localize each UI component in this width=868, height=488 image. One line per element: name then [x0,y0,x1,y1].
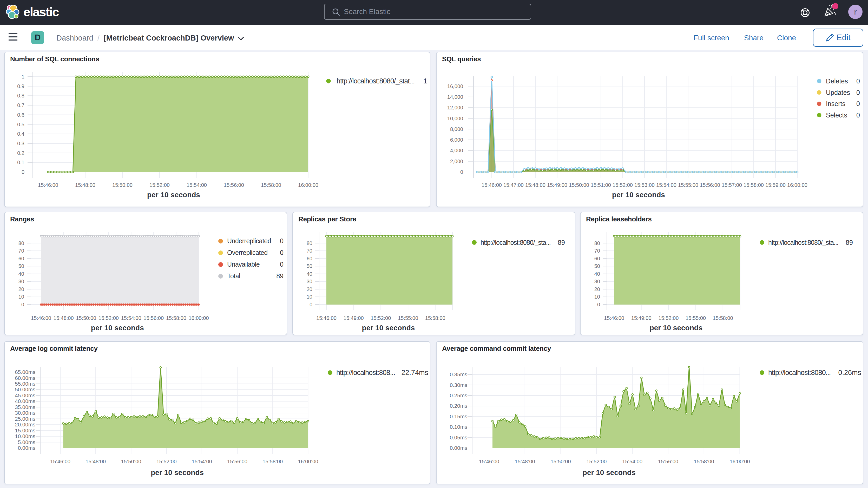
svg-text:16,000: 16,000 [447,84,463,89]
svg-text:10: 10 [594,294,600,300]
svg-text:15:52:00: 15:52:00 [658,315,679,321]
svg-text:15:46:00: 15:46:00 [38,182,58,188]
svg-text:70: 70 [19,248,24,254]
svg-text:0.30ms: 0.30ms [450,382,467,388]
svg-text:0: 0 [310,302,312,307]
svg-text:20: 20 [594,286,600,292]
svg-text:15:46:00: 15:46:00 [316,315,337,321]
svg-text:15:54:00: 15:54:00 [187,182,207,188]
svg-text:Inserts: Inserts [826,100,845,107]
svg-text:4,000: 4,000 [450,148,463,153]
svg-text:16:00:00: 16:00:00 [298,182,318,188]
svg-text:15:50:00: 15:50:00 [569,182,589,188]
svg-text:50: 50 [307,263,312,269]
svg-text:0.1: 0.1 [17,159,24,165]
svg-text:Selects: Selects [826,112,847,119]
svg-text:80: 80 [307,240,312,246]
svg-text:0.10ms: 0.10ms [450,424,467,430]
svg-text:15:55:00: 15:55:00 [398,315,418,321]
svg-text:15:46:00: 15:46:00 [482,182,502,188]
svg-text:65.00ms: 65.00ms [15,369,35,375]
svg-text:1: 1 [423,77,427,85]
svg-text:10.00ms: 10.00ms [15,433,35,439]
svg-text:0: 0 [280,261,283,268]
svg-text:30: 30 [19,279,24,284]
svg-text:15:52:00: 15:52:00 [371,315,391,321]
svg-text:per 10 seconds: per 10 seconds [650,324,703,332]
svg-text:Unavailable: Unavailable [227,261,259,268]
svg-text:14,000: 14,000 [447,94,463,100]
svg-text:0: 0 [21,302,24,307]
svg-text:0.35ms: 0.35ms [450,371,467,377]
svg-text:5.00ms: 5.00ms [18,439,35,445]
svg-text:22.74ms: 22.74ms [401,369,428,376]
svg-text:0.26ms: 0.26ms [838,369,861,376]
svg-text:15:50:00: 15:50:00 [76,315,96,321]
svg-text:15:52:00: 15:52:00 [586,459,607,464]
svg-text:30: 30 [594,279,600,284]
svg-text:40.00ms: 40.00ms [15,398,35,404]
svg-text:0.20ms: 0.20ms [450,403,467,409]
svg-text:16:00:00: 16:00:00 [189,315,209,321]
svg-text:15:51:00: 15:51:00 [591,182,611,188]
svg-text:per 10 seconds: per 10 seconds [612,191,665,199]
svg-text:15:50:00: 15:50:00 [551,459,571,464]
svg-text:0.8: 0.8 [17,93,24,98]
svg-text:http://localhost:8080/_sta...: http://localhost:8080/_sta... [480,239,551,246]
svg-text:0: 0 [856,112,860,119]
svg-text:15:56:00: 15:56:00 [144,315,164,321]
svg-text:16:00:00: 16:00:00 [730,459,750,464]
svg-text:8,000: 8,000 [450,126,463,132]
svg-text:60: 60 [594,256,600,262]
svg-text:0.9: 0.9 [17,84,24,89]
svg-text:15:52:00: 15:52:00 [613,182,633,188]
svg-text:0: 0 [460,169,463,175]
svg-text:15:58:00: 15:58:00 [261,182,281,188]
svg-text:50: 50 [594,263,600,269]
svg-text:per 10 seconds: per 10 seconds [151,468,204,477]
svg-text:15:48:00: 15:48:00 [75,182,95,188]
svg-text:http://localhost:8080/_sta...: http://localhost:8080/_sta... [768,239,838,246]
svg-text:15:49:00: 15:49:00 [547,182,567,188]
svg-text:15:54:00: 15:54:00 [192,459,212,464]
svg-text:80: 80 [19,240,24,246]
svg-text:http://localhost:8080...: http://localhost:8080... [768,369,831,376]
svg-text:0.4: 0.4 [17,131,24,137]
svg-text:35.00ms: 35.00ms [15,404,35,410]
svg-text:15:54:00: 15:54:00 [622,459,643,464]
svg-text:Total: Total [227,272,240,280]
svg-text:2,000: 2,000 [450,158,463,164]
svg-text:16:00:00: 16:00:00 [298,459,318,464]
svg-text:15:48:00: 15:48:00 [525,182,546,188]
svg-text:15:58:00: 15:58:00 [713,315,733,321]
svg-text:0.25ms: 0.25ms [450,392,467,398]
svg-text:15:58:00: 15:58:00 [262,459,283,464]
svg-text:89: 89 [846,239,853,246]
svg-text:15:50:00: 15:50:00 [112,182,132,188]
svg-text:per 10 seconds: per 10 seconds [147,191,200,199]
svg-text:15:46:00: 15:46:00 [50,459,70,464]
svg-text:10,000: 10,000 [447,116,463,121]
svg-text:0: 0 [280,249,283,256]
svg-text:15:56:00: 15:56:00 [227,459,247,464]
svg-text:15:54:00: 15:54:00 [656,182,677,188]
svg-text:0: 0 [856,100,860,107]
svg-text:0: 0 [856,89,860,96]
svg-text:20: 20 [307,286,312,292]
svg-text:15:58:00: 15:58:00 [694,459,714,464]
svg-text:0: 0 [280,237,283,245]
svg-text:0: 0 [22,169,24,175]
svg-text:60.00ms: 60.00ms [15,375,35,381]
svg-text:50.00ms: 50.00ms [15,387,35,392]
svg-text:15:55:00: 15:55:00 [678,182,698,188]
svg-text:Updates: Updates [826,89,850,96]
svg-text:0.6: 0.6 [17,112,24,118]
svg-text:0.00ms: 0.00ms [18,445,35,451]
svg-text:16:00:00: 16:00:00 [787,182,807,188]
svg-text:15:56:00: 15:56:00 [658,459,678,464]
svg-text:15:48:00: 15:48:00 [86,459,106,464]
svg-text:1: 1 [22,74,24,80]
svg-text:30.00ms: 30.00ms [15,410,35,416]
svg-text:10: 10 [19,294,24,300]
svg-text:89: 89 [276,272,283,280]
